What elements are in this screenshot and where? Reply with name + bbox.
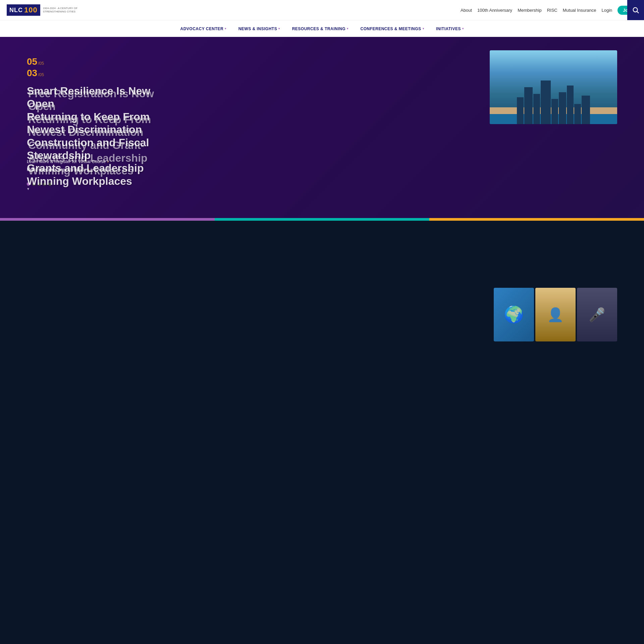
chevron-down-icon: ▾ [462, 27, 464, 30]
slide-number-current2: 03 [27, 68, 37, 78]
main-navigation: ADVOCACY CENTER ▾ NEWS & INSIGHTS ▾ RESO… [0, 20, 644, 37]
logo-number: 100 [24, 6, 38, 14]
logo-subtitle: 1924-2024 · A CENTURY OF STRENGTHENING C… [43, 7, 83, 13]
nav-label-advocacy: ADVOCACY CENTER [180, 26, 224, 31]
building [524, 87, 533, 124]
nav-label-news: NEWS & INSIGHTS [238, 26, 277, 31]
anniversary-link[interactable]: 100th Anniversary [477, 8, 512, 13]
chevron-down-icon: ▾ [423, 27, 424, 30]
slide-counter: 05 /05 03 /05 [27, 57, 174, 78]
color-bar [0, 218, 644, 221]
thumbnail-speaker [577, 288, 617, 341]
insurance-link[interactable]: Mutual Insurance [563, 8, 596, 13]
nav-item-advocacy[interactable]: ADVOCACY CENTER ▾ [174, 20, 232, 37]
chevron-down-icon: ▾ [347, 27, 348, 30]
nav-label-conferences: CONFERENCES & MEETINGS [361, 26, 421, 31]
building [541, 80, 551, 124]
logo-area: NLC 100 1924-2024 · A CENTURY OF STRENGT… [7, 4, 83, 16]
nav-label-initiatives: INITIATIVES [436, 26, 461, 31]
city-buildings [490, 80, 617, 124]
building [582, 96, 590, 124]
color-bar-yellow [429, 218, 644, 221]
color-bar-purple [0, 218, 215, 221]
logo[interactable]: NLC 100 [7, 4, 40, 16]
bottom-section [0, 221, 644, 388]
building [517, 97, 524, 124]
building [559, 92, 566, 124]
hero-title-main: Smart Resilience Is New Open Returning t… [27, 85, 174, 187]
slide-number-total2: /05 [38, 72, 44, 77]
building [533, 94, 540, 124]
hero-titles: Free Registration Is Now Open Returning … [27, 85, 174, 152]
chevron-down-icon: ▾ [225, 27, 226, 30]
risc-link[interactable]: RISC [547, 8, 557, 13]
hero-content: 05 /05 03 /05 Free Registration Is Now O… [0, 37, 201, 206]
membership-link[interactable]: Membership [518, 8, 542, 13]
nav-item-conferences[interactable]: CONFERENCES & MEETINGS ▾ [355, 20, 430, 37]
search-button[interactable] [627, 0, 644, 20]
svg-point-0 [633, 8, 638, 12]
thumbnail-person [535, 288, 576, 341]
about-link[interactable]: About [461, 8, 472, 13]
nav-item-initiatives[interactable]: INITIATIVES ▾ [430, 20, 470, 37]
building [567, 86, 574, 124]
login-link[interactable]: Login [601, 8, 612, 13]
top-right-links: About 100th Anniversary Membership RISC … [461, 6, 637, 15]
slide-number-current: 05 [27, 57, 37, 66]
thumbnails-row [494, 288, 617, 341]
hero-section: 05 /05 03 /05 Free Registration Is Now O… [0, 37, 644, 218]
logo-text: NLC [9, 7, 23, 14]
svg-line-1 [637, 11, 639, 13]
slide-number-total: /05 [38, 61, 44, 66]
search-icon [632, 6, 639, 14]
nav-item-resources[interactable]: RESOURCES & TRAINING ▾ [286, 20, 355, 37]
top-navigation: NLC 100 1924-2024 · A CENTURY OF STRENGT… [0, 0, 644, 20]
color-bar-teal [215, 218, 429, 221]
hero-image [490, 50, 617, 124]
nav-item-news[interactable]: NEWS & INSIGHTS ▾ [232, 20, 286, 37]
building [574, 104, 581, 124]
nav-label-resources: RESOURCES & TRAINING [292, 26, 345, 31]
chevron-down-icon: ▾ [278, 27, 280, 30]
city-skyline [490, 50, 617, 124]
thumbnail-globe [494, 288, 534, 341]
building [551, 99, 558, 124]
